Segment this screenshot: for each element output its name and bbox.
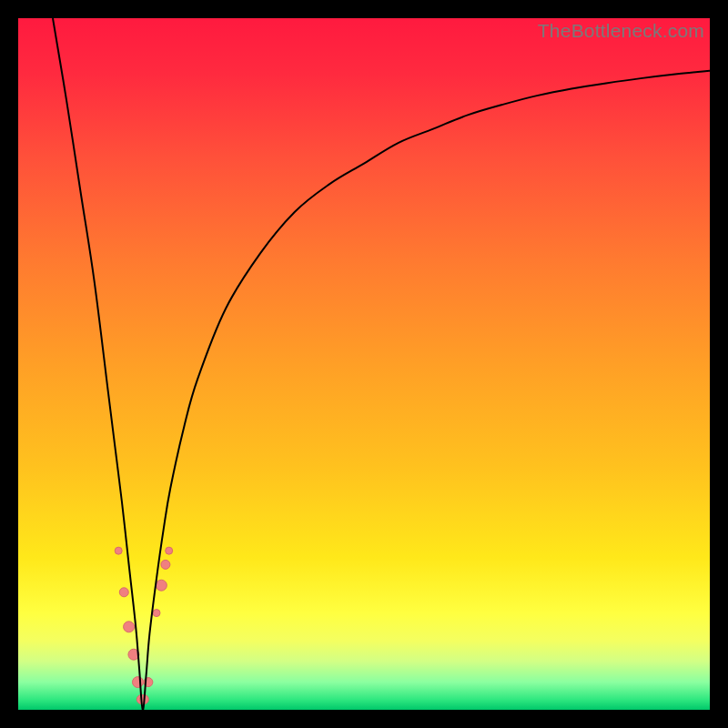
data-marker xyxy=(132,677,143,688)
data-marker xyxy=(115,547,122,554)
curve-layer xyxy=(18,18,710,710)
data-marker xyxy=(153,610,160,617)
data-marker xyxy=(156,580,167,591)
chart-frame: TheBottleneck.com xyxy=(0,0,728,728)
bottleneck-curve xyxy=(53,18,710,710)
plot-area: TheBottleneck.com xyxy=(18,18,710,710)
data-marker xyxy=(119,588,128,597)
data-marker xyxy=(161,560,170,569)
watermark-text: TheBottleneck.com xyxy=(538,20,704,42)
data-marker xyxy=(166,547,173,554)
data-markers xyxy=(115,547,172,703)
data-marker xyxy=(124,622,135,632)
